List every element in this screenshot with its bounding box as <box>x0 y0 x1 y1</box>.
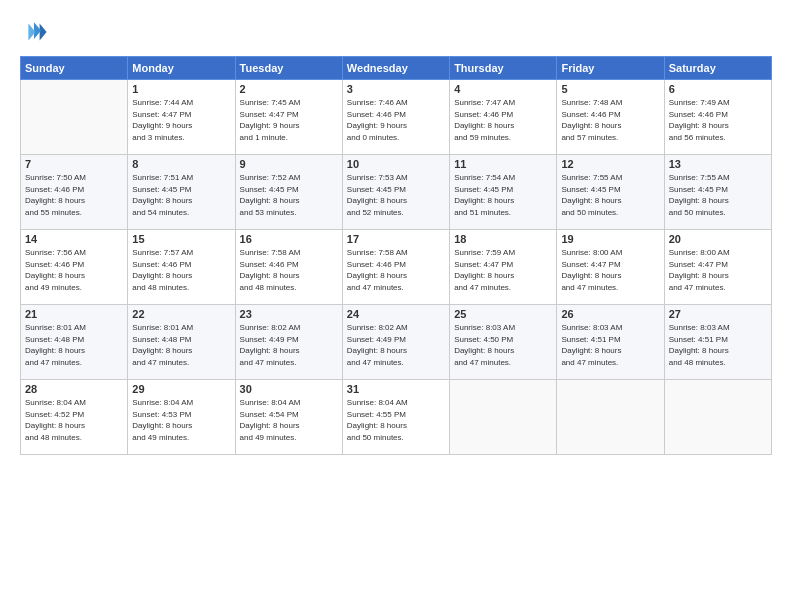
day-number: 9 <box>240 158 338 170</box>
day-info: Sunrise: 7:48 AM Sunset: 4:46 PM Dayligh… <box>561 97 659 143</box>
day-info: Sunrise: 8:01 AM Sunset: 4:48 PM Dayligh… <box>25 322 123 368</box>
day-number: 8 <box>132 158 230 170</box>
calendar-cell <box>557 380 664 455</box>
header-day-friday: Friday <box>557 57 664 80</box>
calendar-cell: 1Sunrise: 7:44 AM Sunset: 4:47 PM Daylig… <box>128 80 235 155</box>
day-info: Sunrise: 7:59 AM Sunset: 4:47 PM Dayligh… <box>454 247 552 293</box>
day-number: 11 <box>454 158 552 170</box>
day-number: 27 <box>669 308 767 320</box>
day-info: Sunrise: 7:51 AM Sunset: 4:45 PM Dayligh… <box>132 172 230 218</box>
day-number: 16 <box>240 233 338 245</box>
day-info: Sunrise: 7:55 AM Sunset: 4:45 PM Dayligh… <box>669 172 767 218</box>
day-info: Sunrise: 8:02 AM Sunset: 4:49 PM Dayligh… <box>240 322 338 368</box>
week-row-1: 7Sunrise: 7:50 AM Sunset: 4:46 PM Daylig… <box>21 155 772 230</box>
header-day-thursday: Thursday <box>450 57 557 80</box>
calendar-cell: 8Sunrise: 7:51 AM Sunset: 4:45 PM Daylig… <box>128 155 235 230</box>
day-info: Sunrise: 8:02 AM Sunset: 4:49 PM Dayligh… <box>347 322 445 368</box>
day-number: 1 <box>132 83 230 95</box>
calendar-cell <box>664 380 771 455</box>
day-number: 30 <box>240 383 338 395</box>
calendar-cell: 4Sunrise: 7:47 AM Sunset: 4:46 PM Daylig… <box>450 80 557 155</box>
calendar-cell: 18Sunrise: 7:59 AM Sunset: 4:47 PM Dayli… <box>450 230 557 305</box>
calendar-cell: 16Sunrise: 7:58 AM Sunset: 4:46 PM Dayli… <box>235 230 342 305</box>
day-number: 13 <box>669 158 767 170</box>
day-info: Sunrise: 8:04 AM Sunset: 4:54 PM Dayligh… <box>240 397 338 443</box>
day-info: Sunrise: 7:57 AM Sunset: 4:46 PM Dayligh… <box>132 247 230 293</box>
day-number: 2 <box>240 83 338 95</box>
calendar-cell: 10Sunrise: 7:53 AM Sunset: 4:45 PM Dayli… <box>342 155 449 230</box>
day-info: Sunrise: 7:58 AM Sunset: 4:46 PM Dayligh… <box>347 247 445 293</box>
calendar-cell <box>450 380 557 455</box>
calendar-cell: 12Sunrise: 7:55 AM Sunset: 4:45 PM Dayli… <box>557 155 664 230</box>
day-info: Sunrise: 8:01 AM Sunset: 4:48 PM Dayligh… <box>132 322 230 368</box>
day-info: Sunrise: 7:58 AM Sunset: 4:46 PM Dayligh… <box>240 247 338 293</box>
calendar-cell: 30Sunrise: 8:04 AM Sunset: 4:54 PM Dayli… <box>235 380 342 455</box>
calendar-cell: 31Sunrise: 8:04 AM Sunset: 4:55 PM Dayli… <box>342 380 449 455</box>
day-number: 10 <box>347 158 445 170</box>
day-info: Sunrise: 7:53 AM Sunset: 4:45 PM Dayligh… <box>347 172 445 218</box>
header-day-saturday: Saturday <box>664 57 771 80</box>
day-info: Sunrise: 7:54 AM Sunset: 4:45 PM Dayligh… <box>454 172 552 218</box>
svg-marker-0 <box>40 24 47 41</box>
day-number: 21 <box>25 308 123 320</box>
day-number: 14 <box>25 233 123 245</box>
calendar-cell: 29Sunrise: 8:04 AM Sunset: 4:53 PM Dayli… <box>128 380 235 455</box>
day-number: 25 <box>454 308 552 320</box>
day-info: Sunrise: 8:03 AM Sunset: 4:51 PM Dayligh… <box>669 322 767 368</box>
week-row-2: 14Sunrise: 7:56 AM Sunset: 4:46 PM Dayli… <box>21 230 772 305</box>
day-number: 23 <box>240 308 338 320</box>
day-number: 5 <box>561 83 659 95</box>
calendar-cell: 2Sunrise: 7:45 AM Sunset: 4:47 PM Daylig… <box>235 80 342 155</box>
day-number: 20 <box>669 233 767 245</box>
calendar-cell: 25Sunrise: 8:03 AM Sunset: 4:50 PM Dayli… <box>450 305 557 380</box>
header-day-tuesday: Tuesday <box>235 57 342 80</box>
day-number: 15 <box>132 233 230 245</box>
calendar-cell: 23Sunrise: 8:02 AM Sunset: 4:49 PM Dayli… <box>235 305 342 380</box>
calendar-cell: 17Sunrise: 7:58 AM Sunset: 4:46 PM Dayli… <box>342 230 449 305</box>
day-info: Sunrise: 8:00 AM Sunset: 4:47 PM Dayligh… <box>561 247 659 293</box>
calendar-cell <box>21 80 128 155</box>
calendar-cell: 7Sunrise: 7:50 AM Sunset: 4:46 PM Daylig… <box>21 155 128 230</box>
day-info: Sunrise: 8:04 AM Sunset: 4:52 PM Dayligh… <box>25 397 123 443</box>
day-info: Sunrise: 7:45 AM Sunset: 4:47 PM Dayligh… <box>240 97 338 143</box>
calendar-cell: 15Sunrise: 7:57 AM Sunset: 4:46 PM Dayli… <box>128 230 235 305</box>
day-number: 26 <box>561 308 659 320</box>
header-row: SundayMondayTuesdayWednesdayThursdayFrid… <box>21 57 772 80</box>
calendar-cell: 20Sunrise: 8:00 AM Sunset: 4:47 PM Dayli… <box>664 230 771 305</box>
day-info: Sunrise: 8:04 AM Sunset: 4:55 PM Dayligh… <box>347 397 445 443</box>
header-day-sunday: Sunday <box>21 57 128 80</box>
calendar-cell: 24Sunrise: 8:02 AM Sunset: 4:49 PM Dayli… <box>342 305 449 380</box>
day-info: Sunrise: 8:00 AM Sunset: 4:47 PM Dayligh… <box>669 247 767 293</box>
calendar-cell: 6Sunrise: 7:49 AM Sunset: 4:46 PM Daylig… <box>664 80 771 155</box>
week-row-0: 1Sunrise: 7:44 AM Sunset: 4:47 PM Daylig… <box>21 80 772 155</box>
week-row-4: 28Sunrise: 8:04 AM Sunset: 4:52 PM Dayli… <box>21 380 772 455</box>
day-info: Sunrise: 7:46 AM Sunset: 4:46 PM Dayligh… <box>347 97 445 143</box>
calendar-cell: 13Sunrise: 7:55 AM Sunset: 4:45 PM Dayli… <box>664 155 771 230</box>
logo-icon <box>20 18 48 46</box>
calendar-cell: 28Sunrise: 8:04 AM Sunset: 4:52 PM Dayli… <box>21 380 128 455</box>
day-info: Sunrise: 7:55 AM Sunset: 4:45 PM Dayligh… <box>561 172 659 218</box>
day-info: Sunrise: 7:52 AM Sunset: 4:45 PM Dayligh… <box>240 172 338 218</box>
calendar-cell: 22Sunrise: 8:01 AM Sunset: 4:48 PM Dayli… <box>128 305 235 380</box>
day-number: 22 <box>132 308 230 320</box>
day-number: 12 <box>561 158 659 170</box>
day-number: 7 <box>25 158 123 170</box>
day-info: Sunrise: 7:50 AM Sunset: 4:46 PM Dayligh… <box>25 172 123 218</box>
logo <box>20 18 52 46</box>
header-day-wednesday: Wednesday <box>342 57 449 80</box>
calendar-cell: 19Sunrise: 8:00 AM Sunset: 4:47 PM Dayli… <box>557 230 664 305</box>
day-number: 17 <box>347 233 445 245</box>
day-number: 31 <box>347 383 445 395</box>
calendar-table: SundayMondayTuesdayWednesdayThursdayFrid… <box>20 56 772 455</box>
day-number: 29 <box>132 383 230 395</box>
day-number: 18 <box>454 233 552 245</box>
week-row-3: 21Sunrise: 8:01 AM Sunset: 4:48 PM Dayli… <box>21 305 772 380</box>
day-number: 24 <box>347 308 445 320</box>
calendar-cell: 11Sunrise: 7:54 AM Sunset: 4:45 PM Dayli… <box>450 155 557 230</box>
calendar-cell: 21Sunrise: 8:01 AM Sunset: 4:48 PM Dayli… <box>21 305 128 380</box>
day-info: Sunrise: 8:03 AM Sunset: 4:51 PM Dayligh… <box>561 322 659 368</box>
calendar-cell: 27Sunrise: 8:03 AM Sunset: 4:51 PM Dayli… <box>664 305 771 380</box>
day-number: 28 <box>25 383 123 395</box>
day-number: 4 <box>454 83 552 95</box>
day-number: 3 <box>347 83 445 95</box>
